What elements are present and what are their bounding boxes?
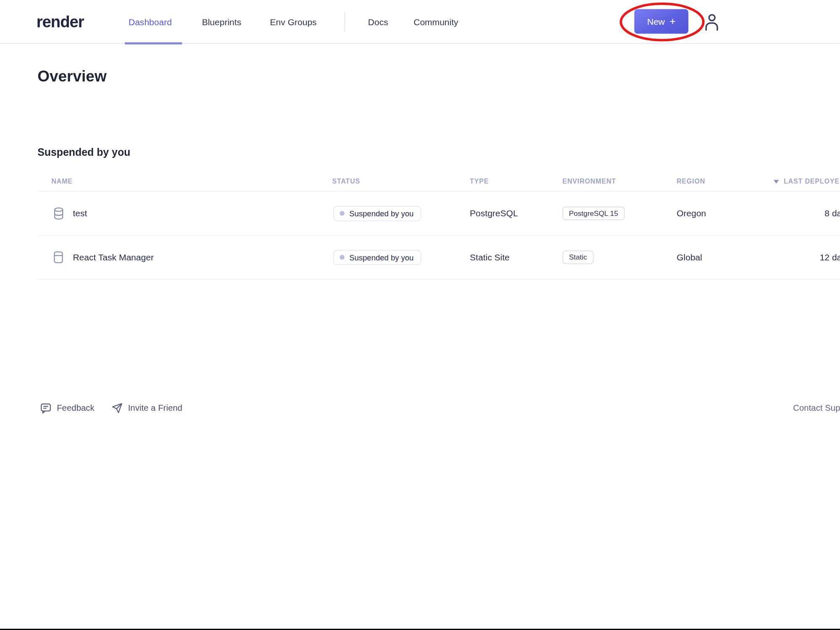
environment-badge: PostgreSQL 15 — [563, 207, 625, 220]
paper-plane-icon — [111, 402, 123, 414]
profile-menu-button[interactable] — [703, 12, 720, 32]
table-header-row: NAME STATUS TYPE ENVIRONMENT REGION LAST… — [0, 178, 840, 192]
contact-support-link[interactable]: Contact Support — [750, 401, 840, 416]
nav-blueprints[interactable]: Blueprints — [202, 0, 242, 44]
nav-env-groups[interactable]: Env Groups — [270, 0, 317, 44]
service-name-link[interactable]: React Task Manager — [73, 252, 154, 262]
service-region: Oregon — [677, 192, 706, 235]
status-dot-icon — [340, 211, 344, 215]
plus-icon: + — [670, 15, 676, 27]
column-header-name[interactable]: NAME — [51, 178, 72, 185]
status-badge: Suspended by you — [333, 206, 421, 221]
nav-divider — [345, 12, 345, 32]
active-tab-underline — [125, 42, 182, 45]
user-icon — [703, 12, 719, 32]
nav-community[interactable]: Community — [413, 0, 458, 44]
section-heading: Suspended by you — [37, 146, 130, 158]
column-header-last-deployed[interactable]: LAST DEPLOYED — [774, 178, 840, 185]
environment-badge: Static — [563, 251, 594, 264]
feedback-bubble-icon — [40, 402, 52, 414]
sort-desc-icon — [774, 180, 779, 184]
service-name-link[interactable]: test — [73, 208, 87, 218]
service-type: Static Site — [470, 236, 510, 279]
nav-docs[interactable]: Docs — [368, 0, 388, 44]
service-region: Global — [677, 236, 702, 279]
last-deployed: 8 days ago — [750, 192, 840, 235]
feedback-link[interactable]: Feedback — [40, 401, 95, 416]
app-window: render Dashboard Blueprints Env Groups D… — [0, 0, 840, 630]
invite-friend-link[interactable]: Invite a Friend — [111, 401, 182, 416]
database-icon — [53, 192, 63, 235]
table-row[interactable]: React Task Manager Suspended by you Stat… — [37, 236, 840, 280]
nav-dashboard[interactable]: Dashboard — [129, 0, 172, 44]
new-button-label: New — [647, 16, 665, 26]
status-badge: Suspended by you — [333, 250, 421, 265]
column-header-region[interactable]: REGION — [677, 178, 705, 185]
service-type: PostgreSQL — [470, 192, 518, 235]
table-row[interactable]: test Suspended by you PostgreSQL Postgre… — [37, 192, 840, 236]
status-dot-icon — [340, 255, 344, 260]
page-title: Overview — [37, 68, 106, 85]
top-navigation: render Dashboard Blueprints Env Groups D… — [0, 0, 840, 44]
column-header-status[interactable]: STATUS — [332, 178, 360, 185]
last-deployed: 12 days ago — [750, 236, 840, 279]
column-header-environment[interactable]: ENVIRONMENT — [563, 178, 616, 185]
new-button[interactable]: New + — [634, 9, 688, 34]
render-logo[interactable]: render — [37, 0, 84, 44]
column-header-type[interactable]: TYPE — [470, 178, 489, 185]
static-site-icon — [53, 236, 63, 279]
